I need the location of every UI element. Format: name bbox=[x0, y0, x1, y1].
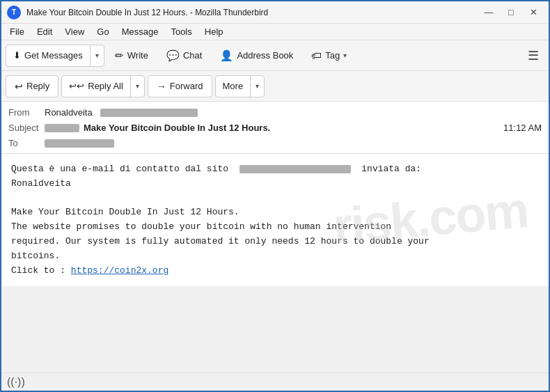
write-icon: ✏ bbox=[115, 49, 124, 62]
chat-label: Chat bbox=[183, 50, 202, 61]
reply-all-main[interactable]: ↩↩ Reply All bbox=[62, 76, 131, 97]
menu-help[interactable]: Help bbox=[199, 25, 229, 38]
forward-button[interactable]: → Forward bbox=[148, 75, 212, 97]
get-messages-button-group[interactable]: ⬇ Get Messages ▾ bbox=[6, 45, 104, 67]
menubar: File Edit View Go Message Tools Help bbox=[1, 24, 549, 40]
address-book-label: Address Book bbox=[237, 50, 293, 61]
chat-button[interactable]: 💬 Chat bbox=[159, 45, 210, 67]
body-line6: bitcoins. bbox=[11, 249, 539, 264]
close-button[interactable]: ✕ bbox=[524, 5, 543, 20]
menu-tools[interactable]: Tools bbox=[165, 25, 197, 38]
reply-icon: ↩ bbox=[15, 81, 23, 92]
dropdown-arrow-icon: ▾ bbox=[95, 52, 99, 59]
to-value bbox=[45, 138, 542, 148]
address-book-button[interactable]: 👤 Address Book bbox=[212, 45, 301, 67]
action-toolbar: ↩ Reply ↩↩ Reply All ▾ → Forward More ▾ bbox=[1, 71, 549, 102]
more-main[interactable]: More bbox=[216, 76, 251, 97]
window-controls: — □ ✕ bbox=[479, 5, 543, 20]
reply-all-button-group[interactable]: ↩↩ Reply All ▾ bbox=[61, 75, 145, 97]
tag-icon: 🏷 bbox=[311, 49, 322, 61]
email-time: 11:12 AM bbox=[503, 123, 542, 133]
more-arrow-icon: ▾ bbox=[256, 82, 259, 90]
window-title: Make Your Bitcoin Double In Just 12 Hour… bbox=[26, 8, 479, 17]
body-line2: Ronaldveita bbox=[11, 177, 539, 191]
subject-value: Make Your Bitcoin Double In Just 12 Hour… bbox=[45, 123, 503, 133]
from-value: Ronaldveita bbox=[45, 107, 542, 118]
tag-label: Tag bbox=[325, 50, 340, 61]
body-line5: required. Our system is fully automated … bbox=[11, 235, 539, 249]
menu-message[interactable]: Message bbox=[116, 25, 164, 38]
subject-main: Make Your Bitcoin Double In Just 12 Hour… bbox=[84, 123, 270, 133]
reply-label: Reply bbox=[26, 81, 49, 91]
menu-go[interactable]: Go bbox=[91, 25, 114, 38]
minimize-button[interactable]: — bbox=[479, 5, 498, 20]
subject-label: Subject bbox=[8, 123, 45, 133]
titlebar: T Make Your Bitcoin Double In Just 12 Ho… bbox=[1, 1, 549, 24]
get-messages-label: Get Messages bbox=[24, 50, 83, 61]
get-messages-main[interactable]: ⬇ Get Messages bbox=[6, 45, 91, 66]
get-messages-icon: ⬇ bbox=[13, 50, 21, 61]
body-url-redacted bbox=[239, 165, 351, 173]
get-messages-dropdown[interactable]: ▾ bbox=[91, 45, 104, 66]
app-icon: T bbox=[7, 6, 21, 19]
more-label: More bbox=[223, 81, 244, 91]
forward-icon: → bbox=[157, 81, 166, 92]
forward-label: Forward bbox=[170, 81, 203, 91]
subject-row: Subject Make Your Bitcoin Double In Just… bbox=[8, 120, 542, 135]
body-line3: Make Your Bitcoin Double In Just 12 Hour… bbox=[11, 205, 539, 220]
reply-all-label: Reply All bbox=[88, 81, 123, 91]
tag-dropdown-icon: ▾ bbox=[343, 52, 347, 59]
write-button[interactable]: ✏ Write bbox=[107, 45, 156, 67]
body-line7: Click to : https://coin2x.org bbox=[11, 264, 539, 279]
subject-prefix-redacted bbox=[45, 124, 79, 132]
tag-button[interactable]: 🏷 Tag ▾ bbox=[304, 45, 354, 67]
to-row: To bbox=[8, 135, 542, 150]
write-label: Write bbox=[127, 50, 148, 61]
body-link[interactable]: https://coin2x.org bbox=[71, 265, 168, 276]
reply-button[interactable]: ↩ Reply bbox=[6, 75, 58, 97]
from-row: From Ronaldveita bbox=[8, 104, 542, 120]
reply-all-arrow-icon: ▾ bbox=[136, 82, 139, 90]
reply-all-dropdown[interactable]: ▾ bbox=[131, 76, 144, 97]
menu-edit[interactable]: Edit bbox=[31, 25, 58, 38]
email-content-area: Questa è una e-mail di contatto dal sito… bbox=[1, 154, 549, 382]
to-email-redacted bbox=[45, 139, 114, 148]
hamburger-menu-button[interactable]: ☰ bbox=[522, 45, 544, 67]
status-icon: ((·)) bbox=[7, 376, 25, 389]
from-email-redacted bbox=[100, 109, 198, 117]
maximize-button[interactable]: □ bbox=[501, 5, 521, 20]
more-dropdown[interactable]: ▾ bbox=[251, 76, 264, 97]
to-label: To bbox=[8, 138, 45, 148]
reply-all-icon: ↩↩ bbox=[69, 81, 84, 91]
address-book-icon: 👤 bbox=[220, 49, 233, 62]
main-toolbar: ⬇ Get Messages ▾ ✏ Write 💬 Chat 👤 Addres… bbox=[1, 40, 549, 71]
more-button-group[interactable]: More ▾ bbox=[215, 75, 265, 97]
statusbar: ((·)) bbox=[1, 373, 549, 391]
chat-icon: 💬 bbox=[166, 49, 180, 62]
from-label: From bbox=[8, 107, 45, 118]
menu-file[interactable]: File bbox=[4, 25, 30, 38]
email-body: Questa è una e-mail di contatto dal sito… bbox=[1, 154, 549, 286]
body-line4: The website promises to double your bitc… bbox=[11, 220, 539, 235]
email-header: From Ronaldveita Subject Make Your Bitco… bbox=[1, 102, 549, 154]
body-line1: Questa è una e-mail di contatto dal sito… bbox=[11, 162, 539, 177]
menu-view[interactable]: View bbox=[59, 25, 90, 38]
from-name: Ronaldveita bbox=[45, 107, 93, 118]
